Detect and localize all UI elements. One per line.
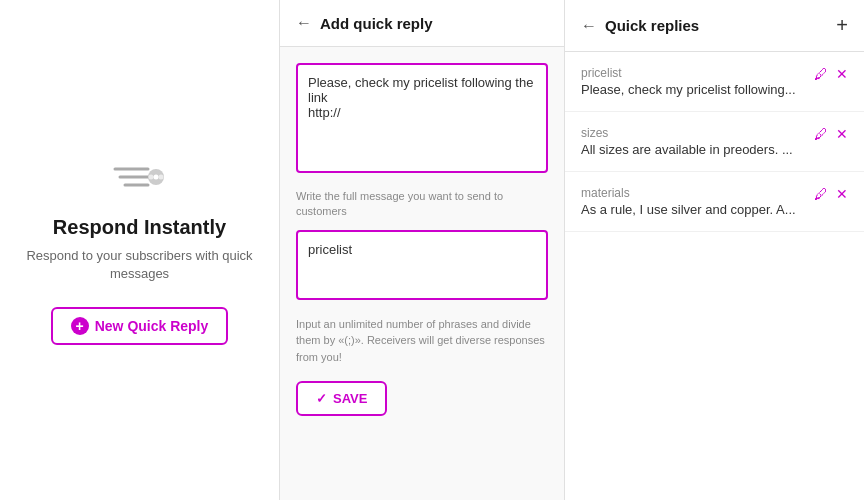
back-arrow-icon[interactable]: ← <box>296 14 312 32</box>
reply-preview: As a rule, I use silver and copper. A... <box>581 202 806 217</box>
edit-icon[interactable]: 🖊 <box>814 186 828 202</box>
svg-point-5 <box>158 174 163 179</box>
shortcut-form-group: pricelist <box>296 230 548 304</box>
shortcut-textarea[interactable]: pricelist <box>296 230 548 300</box>
reply-shortcut: pricelist <box>581 66 806 80</box>
quick-replies-list: pricelist Please, check my pricelist fol… <box>565 52 864 500</box>
middle-panel-header: ← Add quick reply <box>280 0 564 47</box>
reply-text-block: pricelist Please, check my pricelist fol… <box>581 66 806 97</box>
save-button[interactable]: ✓ SAVE <box>296 381 387 416</box>
speech-bubble-icon <box>110 155 170 200</box>
right-panel: ← Quick replies + pricelist Please, chec… <box>565 0 864 500</box>
add-quick-reply-icon[interactable]: + <box>836 14 848 37</box>
delete-icon[interactable]: ✕ <box>836 66 848 82</box>
right-back-arrow-icon[interactable]: ← <box>581 17 597 35</box>
left-panel: Respond Instantly Respond to your subscr… <box>0 0 280 500</box>
reply-text-block: materials As a rule, I use silver and co… <box>581 186 806 217</box>
message-textarea[interactable]: Please, check my pricelist following the… <box>296 63 548 173</box>
right-panel-header-left: ← Quick replies <box>581 17 699 35</box>
respond-title: Respond Instantly <box>53 216 226 239</box>
reply-text-block: sizes All sizes are available in preoder… <box>581 126 806 157</box>
reply-actions: 🖊 ✕ <box>814 186 848 202</box>
reply-item: pricelist Please, check my pricelist fol… <box>565 52 864 112</box>
svg-point-4 <box>153 174 158 179</box>
reply-item: sizes All sizes are available in preoder… <box>565 112 864 172</box>
save-check-icon: ✓ <box>316 391 327 406</box>
new-quick-reply-label: New Quick Reply <box>95 318 209 334</box>
edit-icon[interactable]: 🖊 <box>814 126 828 142</box>
save-button-label: SAVE <box>333 391 367 406</box>
message-form-group: Please, check my pricelist following the… <box>296 63 548 177</box>
middle-panel: ← Add quick reply Please, check my price… <box>280 0 565 500</box>
icon-area <box>110 155 170 200</box>
edit-icon[interactable]: 🖊 <box>814 66 828 82</box>
reply-item: materials As a rule, I use silver and co… <box>565 172 864 232</box>
new-quick-reply-button[interactable]: + New Quick Reply <box>51 307 229 345</box>
middle-panel-content: Please, check my pricelist following the… <box>280 47 564 500</box>
respond-subtitle: Respond to your subscribers with quick m… <box>20 247 259 283</box>
delete-icon[interactable]: ✕ <box>836 126 848 142</box>
shortcut-hint: Input an unlimited number of phrases and… <box>296 316 548 366</box>
reply-shortcut: sizes <box>581 126 806 140</box>
reply-actions: 🖊 ✕ <box>814 126 848 142</box>
right-panel-header: ← Quick replies + <box>565 0 864 52</box>
plus-circle-icon: + <box>71 317 89 335</box>
reply-preview: Please, check my pricelist following... <box>581 82 806 97</box>
delete-icon[interactable]: ✕ <box>836 186 848 202</box>
reply-preview: All sizes are available in preoders. ... <box>581 142 806 157</box>
message-hint: Write the full message you want to send … <box>296 189 548 220</box>
right-panel-title: Quick replies <box>605 17 699 34</box>
svg-point-6 <box>148 174 153 179</box>
reply-shortcut: materials <box>581 186 806 200</box>
reply-actions: 🖊 ✕ <box>814 66 848 82</box>
middle-panel-title: Add quick reply <box>320 15 433 32</box>
